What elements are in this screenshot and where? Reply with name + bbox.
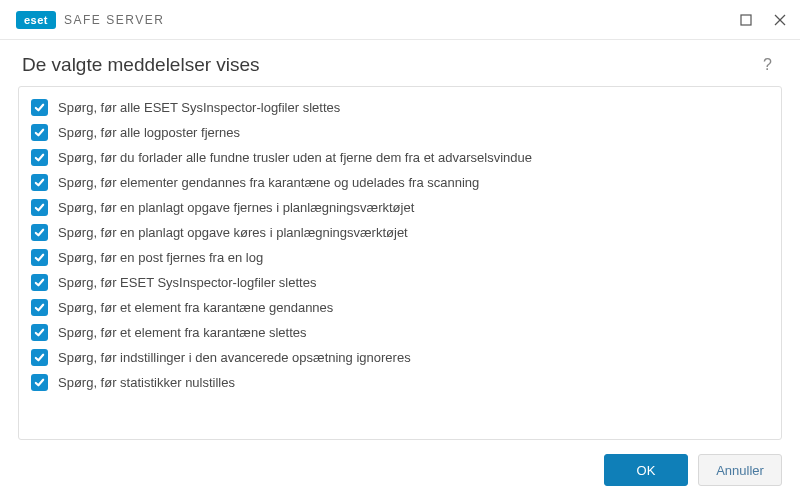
square-icon: [740, 14, 752, 26]
checkbox[interactable]: [31, 299, 48, 316]
close-button[interactable]: [772, 12, 788, 28]
window-controls: [738, 12, 788, 28]
checkbox[interactable]: [31, 149, 48, 166]
list-item: Spørg, før statistikker nulstilles: [29, 370, 771, 395]
checkbox[interactable]: [31, 124, 48, 141]
list-item-label: Spørg, før et element fra karantæne slet…: [58, 325, 307, 340]
list-item: Spørg, før elementer gendannes fra karan…: [29, 170, 771, 195]
list-item-label: Spørg, før indstillinger i den avancered…: [58, 350, 411, 365]
check-icon: [34, 227, 45, 238]
close-icon: [774, 14, 786, 26]
list-container: Spørg, før alle ESET SysInspector-logfil…: [0, 86, 800, 440]
dialog-window: eset SAFE SERVER De valgte meddelelser v…: [0, 0, 800, 500]
checkbox[interactable]: [31, 174, 48, 191]
check-icon: [34, 377, 45, 388]
check-icon: [34, 177, 45, 188]
brand-logo: eset: [16, 11, 56, 29]
check-icon: [34, 302, 45, 313]
titlebar: eset SAFE SERVER: [0, 0, 800, 40]
check-icon: [34, 202, 45, 213]
list-item: Spørg, før indstillinger i den avancered…: [29, 345, 771, 370]
dialog-footer: OK Annuller: [0, 440, 800, 500]
check-icon: [34, 152, 45, 163]
list-item-label: Spørg, før en planlagt opgave køres i pl…: [58, 225, 408, 240]
brand-product: SAFE SERVER: [64, 13, 164, 27]
checkbox[interactable]: [31, 324, 48, 341]
page-title: De valgte meddelelser vises: [22, 54, 260, 76]
dialog-header: De valgte meddelelser vises ?: [0, 40, 800, 86]
list-item: Spørg, før en post fjernes fra en log: [29, 245, 771, 270]
brand: eset SAFE SERVER: [16, 11, 164, 29]
ok-button[interactable]: OK: [604, 454, 688, 486]
checkbox[interactable]: [31, 349, 48, 366]
checkbox[interactable]: [31, 199, 48, 216]
check-icon: [34, 127, 45, 138]
list-item: Spørg, før et element fra karantæne gend…: [29, 295, 771, 320]
checkbox[interactable]: [31, 374, 48, 391]
list-item-label: Spørg, før elementer gendannes fra karan…: [58, 175, 479, 190]
checkbox[interactable]: [31, 99, 48, 116]
list-item: Spørg, før en planlagt opgave køres i pl…: [29, 220, 771, 245]
list-box: Spørg, før alle ESET SysInspector-logfil…: [18, 86, 782, 440]
check-icon: [34, 352, 45, 363]
list-item: Spørg, før ESET SysInspector-logfiler sl…: [29, 270, 771, 295]
checkbox[interactable]: [31, 249, 48, 266]
checkbox[interactable]: [31, 224, 48, 241]
check-icon: [34, 277, 45, 288]
list-item-label: Spørg, før du forlader alle fundne trusl…: [58, 150, 532, 165]
list-item: Spørg, før en planlagt opgave fjernes i …: [29, 195, 771, 220]
checkbox[interactable]: [31, 274, 48, 291]
list-item: Spørg, før et element fra karantæne slet…: [29, 320, 771, 345]
cancel-button[interactable]: Annuller: [698, 454, 782, 486]
list-scroll[interactable]: Spørg, før alle ESET SysInspector-logfil…: [19, 87, 781, 439]
list-item-label: Spørg, før en post fjernes fra en log: [58, 250, 263, 265]
list-item-label: Spørg, før ESET SysInspector-logfiler sl…: [58, 275, 316, 290]
list-item: Spørg, før alle ESET SysInspector-logfil…: [29, 95, 771, 120]
check-icon: [34, 252, 45, 263]
check-icon: [34, 102, 45, 113]
list-item: Spørg, før du forlader alle fundne trusl…: [29, 145, 771, 170]
check-icon: [34, 327, 45, 338]
list-item-label: Spørg, før et element fra karantæne gend…: [58, 300, 333, 315]
list-item-label: Spørg, før statistikker nulstilles: [58, 375, 235, 390]
help-button[interactable]: ?: [757, 54, 778, 76]
list-item-label: Spørg, før en planlagt opgave fjernes i …: [58, 200, 414, 215]
list-item-label: Spørg, før alle ESET SysInspector-logfil…: [58, 100, 340, 115]
list-item-label: Spørg, før alle logposter fjernes: [58, 125, 240, 140]
svg-rect-0: [741, 15, 751, 25]
list-item: Spørg, før alle logposter fjernes: [29, 120, 771, 145]
minimize-button[interactable]: [738, 12, 754, 28]
